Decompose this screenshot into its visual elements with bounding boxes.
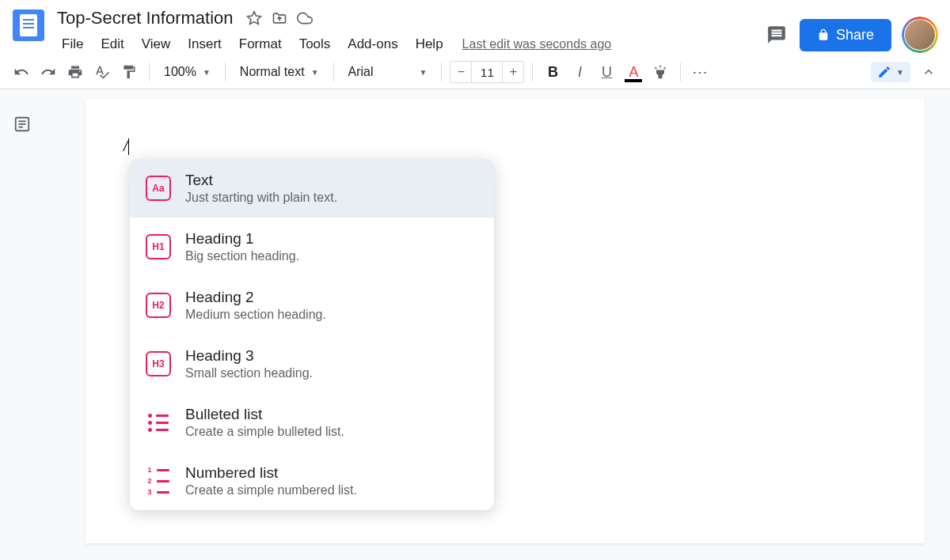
last-edit-link[interactable]: Last edit was seconds ago (462, 37, 612, 51)
print-icon[interactable] (63, 60, 87, 84)
font-size-increase[interactable]: + (503, 62, 523, 82)
h2-icon: H2 (146, 293, 171, 318)
highlight-icon[interactable] (648, 60, 672, 84)
docs-logo[interactable] (13, 9, 44, 41)
header-right: Share (765, 17, 937, 52)
menu-insert[interactable]: Insert (180, 33, 230, 55)
underline-icon[interactable]: U (595, 60, 618, 84)
slash-title: Text (185, 172, 478, 189)
share-label: Share (836, 27, 874, 44)
undo-icon[interactable] (10, 60, 33, 84)
h3-icon: H3 (146, 351, 171, 376)
header: Top-Secret Information File Edit View In… (0, 0, 950, 55)
slash-desc: Small section heading. (185, 366, 478, 380)
collapse-icon[interactable] (917, 60, 940, 84)
bullets-icon (146, 410, 171, 435)
editor-cursor: / (124, 138, 127, 155)
move-icon[interactable] (272, 10, 287, 26)
menu-format[interactable]: Format (231, 33, 290, 55)
outline-icon[interactable] (6, 108, 38, 140)
numbers-icon: 123 (146, 468, 171, 494)
h1-icon: H1 (146, 234, 171, 259)
share-button[interactable]: Share (800, 19, 891, 51)
slash-desc: Medium section heading. (185, 308, 478, 322)
font-size: − + (450, 61, 524, 83)
document-page[interactable]: / Aa Text Just starting with plain text.… (86, 99, 925, 543)
canvas-area: / Aa Text Just starting with plain text.… (0, 89, 950, 543)
menu-bar: File Edit View Insert Format Tools Add-o… (54, 33, 765, 55)
slash-item-text[interactable]: Aa Text Just starting with plain text. (130, 159, 494, 218)
menu-view[interactable]: View (134, 33, 179, 55)
bold-icon[interactable]: B (541, 60, 564, 84)
comments-icon[interactable] (765, 23, 788, 47)
slash-title: Heading 3 (185, 347, 478, 365)
slash-menu: Aa Text Just starting with plain text. H… (130, 159, 494, 510)
pencil-icon (877, 65, 891, 79)
chevron-down-icon: ▼ (896, 68, 904, 77)
redo-icon[interactable] (36, 60, 60, 84)
slash-item-bullets[interactable]: Bulleted list Create a simple bulleted l… (130, 393, 494, 452)
menu-tools[interactable]: Tools (291, 33, 339, 55)
slash-title: Bulleted list (185, 406, 478, 423)
style-select[interactable]: Normal text▼ (234, 62, 325, 82)
font-select[interactable]: Arial▼ (342, 62, 434, 82)
font-size-input[interactable] (471, 62, 503, 82)
toolbar: 100%▼ Normal text▼ Arial▼ − + B I U A ⋯ … (0, 55, 950, 89)
slash-title: Heading 2 (185, 289, 478, 306)
slash-item-h2[interactable]: H2 Heading 2 Medium section heading. (130, 276, 494, 335)
slash-title: Numbered list (185, 464, 478, 482)
font-size-decrease[interactable]: − (450, 62, 471, 82)
more-icon[interactable]: ⋯ (689, 60, 712, 84)
menu-file[interactable]: File (54, 33, 91, 55)
italic-icon[interactable]: I (568, 60, 591, 84)
text-icon: Aa (146, 176, 171, 201)
svg-marker-0 (247, 12, 260, 25)
menu-edit[interactable]: Edit (93, 33, 131, 55)
zoom-select[interactable]: 100%▼ (158, 62, 217, 82)
paint-format-icon[interactable] (117, 60, 141, 84)
lock-icon (817, 28, 830, 41)
text-color-icon[interactable]: A (621, 60, 645, 84)
slash-item-h3[interactable]: H3 Heading 3 Small section heading. (130, 335, 494, 393)
slash-item-h1[interactable]: H1 Heading 1 Big section heading. (130, 218, 494, 276)
star-icon[interactable] (246, 10, 262, 26)
document-title[interactable]: Top-Secret Information (54, 6, 237, 30)
menu-help[interactable]: Help (408, 33, 451, 55)
spellcheck-icon[interactable] (90, 60, 114, 84)
slash-desc: Create a simple bulleted list. (185, 425, 478, 439)
slash-desc: Big section heading. (185, 249, 478, 263)
slash-item-numbers[interactable]: 123 Numbered list Create a simple number… (130, 452, 494, 510)
title-block: Top-Secret Information File Edit View In… (54, 6, 765, 55)
slash-desc: Just starting with plain text. (185, 191, 478, 205)
slash-desc: Create a simple numbered list. (185, 483, 478, 498)
cloud-icon[interactable] (297, 10, 313, 26)
slash-title: Heading 1 (185, 230, 478, 248)
avatar[interactable] (902, 17, 937, 52)
menu-addons[interactable]: Add-ons (340, 33, 405, 55)
edit-mode-button[interactable]: ▼ (871, 62, 910, 82)
